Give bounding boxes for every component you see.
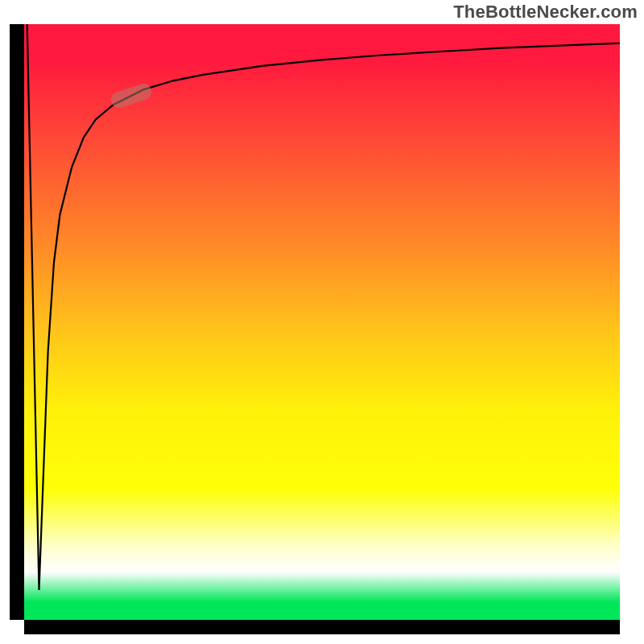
plot-gradient-background xyxy=(24,24,620,620)
x-axis-bar xyxy=(24,620,620,634)
chart-root: TheBottleNecker.com xyxy=(0,0,644,644)
y-axis-bar xyxy=(10,24,24,620)
attribution-label: TheBottleNecker.com xyxy=(453,2,638,23)
